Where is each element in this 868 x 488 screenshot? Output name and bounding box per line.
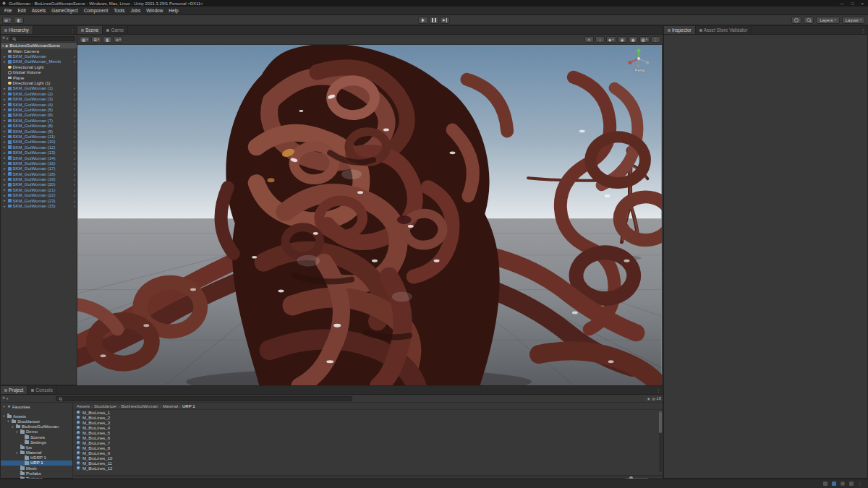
hierarchy-item[interactable]: ▸SKM_GutWoman (1)› xyxy=(1,86,77,91)
layers-dropdown[interactable]: Layers ▾ xyxy=(816,17,839,24)
favorites-filter-icon[interactable]: ★ xyxy=(647,396,650,401)
hierarchy-item[interactable]: Directional Light (1) xyxy=(1,80,77,85)
prefab-open-chevron-icon[interactable]: › xyxy=(74,59,77,64)
tab-asset-store-validator[interactable]: Asset Store Validator xyxy=(696,26,752,34)
expander-arrow[interactable]: ▸ xyxy=(3,205,7,208)
prefab-open-chevron-icon[interactable]: › xyxy=(74,177,77,181)
effects-dropdown-button[interactable]: ◆▾ xyxy=(606,36,616,43)
camera-settings-button[interactable]: ▣ xyxy=(629,36,638,43)
expander-arrow[interactable]: ▸ xyxy=(3,151,7,155)
hierarchy-item[interactable]: ▸SKM_GutWoman (15)› xyxy=(1,203,77,208)
menu-item-gameobject[interactable]: GameObject xyxy=(48,7,81,14)
project-tree-item[interactable]: ▾Demo xyxy=(1,429,72,435)
expander-arrow[interactable]: ▸ xyxy=(3,87,7,90)
project-tree-item[interactable]: Settings xyxy=(1,440,72,445)
prefab-open-chevron-icon[interactable]: › xyxy=(74,145,77,150)
expander-arrow[interactable]: ▸ xyxy=(3,103,7,106)
project-tree-item[interactable]: Scenes xyxy=(1,435,72,440)
material-file-row[interactable]: M_BioLines_12 xyxy=(74,466,663,471)
material-file-row[interactable]: M_BioLines_6 xyxy=(74,435,663,440)
project-tree-item[interactable]: ▾★Favorites xyxy=(1,404,72,409)
expander-arrow[interactable]: ▸ xyxy=(3,114,7,117)
progress-icon[interactable] xyxy=(823,481,827,486)
prefab-open-chevron-icon[interactable]: › xyxy=(74,113,77,117)
prefab-open-chevron-icon[interactable]: › xyxy=(74,54,77,59)
expander-arrow[interactable]: ▸ xyxy=(3,119,7,122)
tab-scene[interactable]: Scene xyxy=(77,26,103,34)
prefab-open-chevron-icon[interactable]: › xyxy=(74,86,77,90)
prefab-open-chevron-icon[interactable]: › xyxy=(74,166,77,171)
hierarchy-item[interactable]: ▸SKM_GutWoman (6)› xyxy=(1,113,77,118)
expander-arrow[interactable]: ▾ xyxy=(15,451,19,455)
expander-arrow[interactable]: ▸ xyxy=(3,194,7,197)
hierarchy-item[interactable]: ▸SKM_GutWoman (12)› xyxy=(1,145,77,150)
prefab-open-chevron-icon[interactable]: › xyxy=(74,129,77,134)
expander-arrow[interactable]: ▸ xyxy=(3,145,7,149)
menu-item-help[interactable]: Help xyxy=(166,7,181,14)
hidden-packages-toggle[interactable]: ⊘ 18 xyxy=(652,396,661,401)
material-file-row[interactable]: M_BioLines_4 xyxy=(74,425,663,430)
breadcrumb-item[interactable]: URP 1 xyxy=(182,404,195,408)
hierarchy-item[interactable]: Plane xyxy=(1,75,77,80)
expander-arrow[interactable]: ▸ xyxy=(3,129,7,133)
prefab-open-chevron-icon[interactable]: › xyxy=(74,140,77,144)
project-search-input[interactable] xyxy=(56,396,352,401)
gizmos-dropdown-button[interactable]: ▦▾ xyxy=(639,36,650,43)
step-button[interactable] xyxy=(440,17,450,24)
expander-arrow[interactable]: ▸ xyxy=(3,55,7,59)
close-button[interactable]: × xyxy=(861,1,864,6)
hierarchy-item[interactable]: ▸SKM_GutWoman (14)› xyxy=(1,155,77,160)
prefab-open-chevron-icon[interactable]: › xyxy=(74,103,77,107)
shading-mode-button[interactable]: ▦▾ xyxy=(80,36,90,43)
layout-dropdown[interactable]: Layout ▾ xyxy=(842,17,865,24)
tab-console[interactable]: Console xyxy=(27,386,57,394)
tab-inspector[interactable]: Inspector xyxy=(664,26,696,34)
expander-arrow[interactable]: ▸ xyxy=(3,140,7,144)
project-tree-item[interactable]: ▾BiolinesGutWoman xyxy=(1,424,72,429)
menu-item-jobs[interactable]: Jobs xyxy=(128,7,144,14)
expander-arrow[interactable]: ▸ xyxy=(3,188,7,192)
expander-arrow[interactable]: ▸ xyxy=(3,178,7,181)
hierarchy-item[interactable]: ▸SKM_GutWoman (16)› xyxy=(1,160,77,166)
tab-game[interactable]: Game xyxy=(103,26,128,34)
minimize-button[interactable]: — xyxy=(840,1,844,6)
hierarchy-item[interactable]: ▸SKM_GutWoman (23)› xyxy=(1,198,77,203)
add-asset-button[interactable]: + xyxy=(2,395,5,401)
project-tree-item[interactable]: HDRP 1 xyxy=(1,455,72,461)
hierarchy-item[interactable]: ▸SKM_GutWoman (11)› xyxy=(1,134,77,139)
project-tree-item[interactable]: Prefabs xyxy=(1,471,72,476)
menu-item-tools[interactable]: Tools xyxy=(111,7,127,14)
breadcrumb-item[interactable]: Assets xyxy=(77,404,90,408)
collab-icon[interactable] xyxy=(832,481,836,486)
hierarchy-item[interactable]: ▸SKM_GutWoman (20)› xyxy=(1,182,77,187)
scene-viewport[interactable]: Persp xyxy=(77,45,662,386)
expander-arrow[interactable]: ▾ xyxy=(2,405,6,408)
prefab-open-chevron-icon[interactable]: › xyxy=(74,150,77,155)
scrollbar[interactable] xyxy=(659,411,662,472)
expander-arrow[interactable]: ▸ xyxy=(3,172,7,176)
hierarchy-item[interactable]: ▸SKM_GutWoman (9)› xyxy=(1,129,77,134)
prefab-open-chevron-icon[interactable]: › xyxy=(74,204,77,208)
expander-arrow[interactable]: ▸ xyxy=(3,92,7,95)
project-tree-item[interactable]: URP 1 xyxy=(1,461,72,466)
material-file-row[interactable]: M_BioLines_5 xyxy=(74,430,663,435)
hierarchy-item[interactable]: ▸SKM_GutWoman (17)› xyxy=(1,166,77,171)
maximize-button[interactable]: □ xyxy=(851,1,854,6)
expander-arrow[interactable]: ▸ xyxy=(3,156,7,160)
expander-arrow[interactable]: ▸ xyxy=(3,183,7,187)
tab-project[interactable]: Project xyxy=(1,386,27,394)
hierarchy-item[interactable]: ▸SKM_GutWoman (5)› xyxy=(1,107,77,112)
tab-hierarchy[interactable]: Hierarchy xyxy=(1,26,33,34)
search-button[interactable] xyxy=(804,17,814,24)
play-button[interactable] xyxy=(418,17,428,24)
hierarchy-item[interactable]: Global Volume xyxy=(1,70,77,75)
audio-toggle-button[interactable]: ♪ xyxy=(595,36,605,43)
expander-arrow[interactable]: ▸ xyxy=(3,161,7,165)
material-file-row[interactable]: M_BioLines_3 xyxy=(74,420,663,425)
expander-arrow[interactable]: ▾ xyxy=(15,430,19,434)
panel-menu-icon[interactable]: ⋮ xyxy=(68,26,77,34)
material-file-row[interactable]: M_BioLines_2 xyxy=(74,415,663,420)
hierarchy-item[interactable]: Directional Light xyxy=(1,64,77,69)
expander-arrow[interactable]: ▸ xyxy=(3,60,7,64)
hierarchy-item[interactable]: ▸SKM_GutWoman (4)› xyxy=(1,102,77,107)
